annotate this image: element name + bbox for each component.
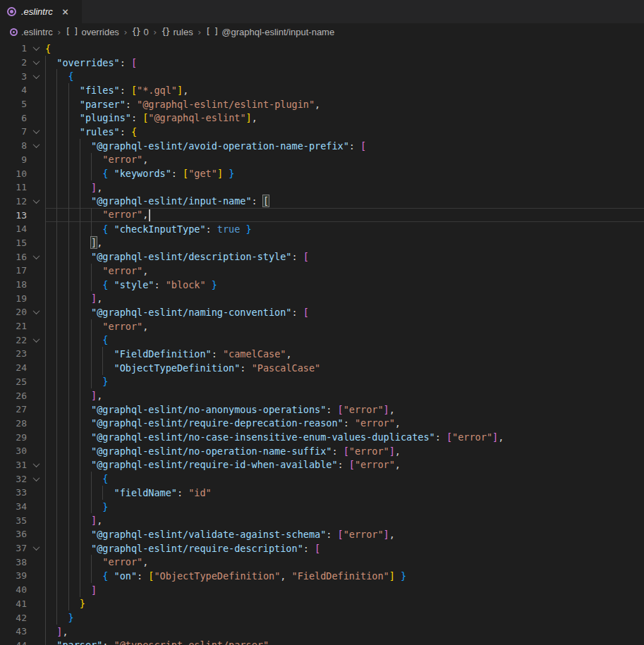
tab-eslintrc[interactable]: .eslintrc × (0, 0, 82, 23)
code-line-16[interactable]: 16 "@graphql-eslint/description-style": … (0, 250, 644, 264)
array-icon: [ ] (66, 27, 78, 37)
code-tokens: "@graphql-eslint/validate-against-schema… (45, 529, 395, 540)
code-line-2[interactable]: 2 "overrides": [ (0, 56, 644, 70)
indent-guide (45, 417, 46, 431)
token: "@graphql-eslint/require-deprecation-rea… (91, 417, 344, 429)
code-tokens: "@graphql-eslint/no-operation-name-suffi… (45, 446, 401, 457)
code-line-11[interactable]: 11 ], (0, 180, 644, 195)
code-line-35[interactable]: 35 ], (0, 513, 644, 527)
code-editor[interactable]: 1{2 "overrides": [3 {4 "files": ["*.gql"… (0, 40, 644, 645)
eslint-icon (10, 28, 18, 36)
code-line-43[interactable]: 43 ], (0, 625, 644, 639)
code-line-14[interactable]: 14 { "checkInputType": true } (0, 222, 644, 236)
fold-chevron-down-icon[interactable] (32, 460, 40, 467)
code-line-1[interactable]: 1{ (0, 42, 644, 56)
token: [ (349, 459, 355, 470)
code-line-content: { "style": "block" } (45, 278, 644, 292)
fold-chevron-down-icon[interactable] (32, 308, 40, 315)
code-line-30[interactable]: 30 "@graphql-eslint/no-operation-name-su… (0, 444, 644, 458)
code-line-24[interactable]: 24 "ObjectTypeDefinition": "PascalCase" (0, 361, 644, 375)
fold-chevron-down-icon[interactable] (32, 141, 40, 148)
breadcrumb-item-overrides[interactable]: [ ]overrides (66, 27, 119, 37)
line-number: 15 (0, 238, 27, 248)
fold-chevron-down-icon[interactable] (32, 474, 40, 481)
code-line-26[interactable]: 26 ], (0, 388, 644, 403)
code-line-40[interactable]: 40 ] (0, 583, 644, 597)
token: "error" (102, 265, 142, 276)
code-line-44[interactable]: 44 "parser": "@typescript-eslint/parser" (0, 639, 644, 645)
code-line-7[interactable]: 7 "rules": { (0, 125, 644, 139)
fold-chevron-down-icon[interactable] (32, 336, 40, 343)
code-line-20[interactable]: 20 "@graphql-eslint/naming-convention": … (0, 305, 644, 319)
tab-close-icon[interactable]: × (62, 6, 69, 18)
fold-chevron-down-icon[interactable] (32, 44, 40, 51)
breadcrumb-item-0[interactable]: {}0 (132, 27, 149, 37)
token: [ (338, 529, 344, 540)
breadcrumb-separator: › (152, 27, 158, 37)
code-line-content: { (45, 69, 644, 83)
gutter: 27 (0, 403, 45, 417)
code-line-23[interactable]: 23 "FieldDefinition": "camelCase", (0, 347, 644, 361)
code-line-37[interactable]: 37 "@graphql-eslint/require-description"… (0, 541, 644, 555)
fold-chevron-down-icon[interactable] (32, 128, 40, 135)
code-line-27[interactable]: 27 "@graphql-eslint/no-anonymous-operati… (0, 403, 644, 417)
fold-chevron-down-icon[interactable] (32, 543, 40, 551)
code-line-36[interactable]: 36 "@graphql-eslint/validate-against-sch… (0, 527, 644, 541)
gutter: 28 (0, 417, 45, 431)
code-line-4[interactable]: 4 "files": ["*.gql"], (0, 83, 644, 97)
fold-chevron-down-icon[interactable] (32, 252, 40, 259)
indent-guide (45, 527, 46, 541)
gutter: 17 (0, 264, 45, 278)
code-line-25[interactable]: 25 } (0, 375, 644, 389)
indent-guide (80, 264, 80, 278)
code-line-13[interactable]: 13 "error", (0, 208, 644, 222)
fold-chevron-down-icon[interactable] (32, 58, 40, 65)
indent-guide (56, 111, 57, 125)
token: { (45, 43, 51, 54)
token: "error" (452, 431, 492, 443)
code-line-6[interactable]: 6 "plugins": ["@graphql-eslint"], (0, 111, 644, 125)
code-tokens: "fieldName": "id" (45, 487, 212, 498)
code-line-8[interactable]: 8 "@graphql-eslint/avoid-operation-name-… (0, 139, 644, 153)
code-line-content: "@graphql-eslint/no-operation-name-suffi… (45, 444, 644, 458)
code-line-39[interactable]: 39 { "on": ["ObjectTypeDefinition", "Fie… (0, 569, 644, 583)
fold-chevron-down-icon[interactable] (32, 197, 40, 204)
code-line-28[interactable]: 28 "@graphql-eslint/require-deprecation-… (0, 417, 644, 431)
code-line-29[interactable]: 29 "@graphql-eslint/no-case-insensitive-… (0, 430, 644, 444)
token: "error" (102, 209, 142, 220)
breadcrumb-item--graphql-eslint-input-name[interactable]: [ ]@graphql-eslint/input-name (206, 27, 335, 37)
code-line-10[interactable]: 10 { "keywords": ["get"] } (0, 166, 644, 180)
code-line-18[interactable]: 18 { "style": "block" } (0, 278, 644, 292)
indent-guide (45, 222, 46, 236)
code-line-22[interactable]: 22 { (0, 333, 644, 347)
code-tokens: ], (45, 515, 102, 526)
breadcrumb-item--eslintrc[interactable]: .eslintrc (10, 27, 53, 37)
gutter: 20 (0, 305, 45, 319)
code-line-33[interactable]: 33 "fieldName": "id" (0, 486, 644, 500)
token: } (102, 376, 108, 387)
code-line-38[interactable]: 38 "error", (0, 555, 644, 569)
indent-guide (80, 500, 80, 514)
indent-guide (80, 444, 80, 458)
code-line-19[interactable]: 19 ], (0, 291, 644, 305)
token: } (80, 598, 85, 609)
fold-chevron-down-icon[interactable] (32, 72, 40, 79)
code-line-17[interactable]: 17 "error", (0, 264, 644, 278)
indent-guide (45, 430, 46, 444)
code-line-31[interactable]: 31 "@graphql-eslint/require-id-when-avai… (0, 458, 644, 472)
line-number: 39 (0, 570, 27, 581)
code-line-9[interactable]: 9 "error", (0, 153, 644, 167)
code-line-12[interactable]: 12 "@graphql-eslint/input-name": [ (0, 195, 644, 209)
code-line-34[interactable]: 34 } (0, 500, 644, 514)
code-line-15[interactable]: 15 ], (0, 236, 644, 250)
code-line-5[interactable]: 5 "parser": "@graphql-eslint/eslint-plug… (0, 97, 644, 111)
code-line-3[interactable]: 3 { (0, 69, 644, 83)
breadcrumb-item-rules[interactable]: {}rules (162, 27, 193, 37)
code-line-41[interactable]: 41 } (0, 597, 644, 611)
code-line-32[interactable]: 32 { (0, 472, 644, 486)
code-line-42[interactable]: 42 } (0, 610, 644, 625)
indent-guide (91, 569, 92, 583)
indent-guide (80, 180, 80, 195)
token: } (206, 279, 217, 290)
code-line-21[interactable]: 21 "error", (0, 319, 644, 333)
